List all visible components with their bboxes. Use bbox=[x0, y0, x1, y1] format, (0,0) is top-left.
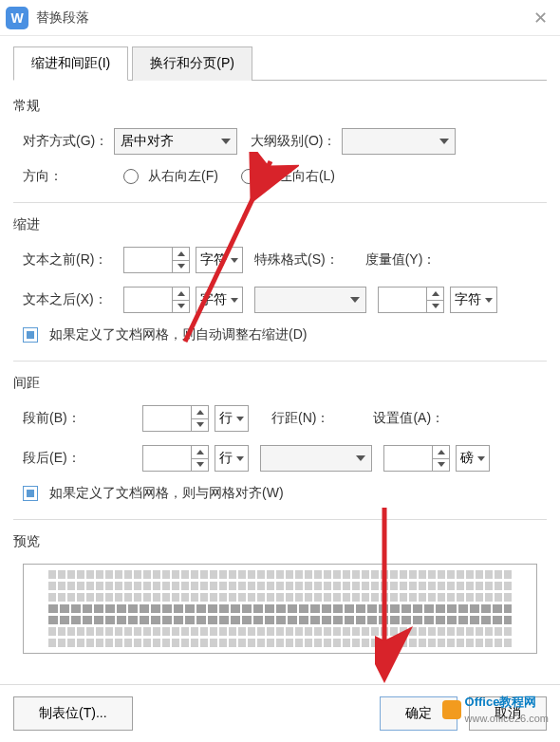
watermark-icon bbox=[442, 700, 461, 719]
alignment-label: 对齐方式(G)： bbox=[23, 133, 108, 150]
title-bar: W 替换段落 ✕ bbox=[0, 0, 560, 36]
direction-rtl-label: 从右向左(F) bbox=[148, 168, 218, 185]
close-icon[interactable]: ✕ bbox=[526, 8, 554, 28]
section-spacing: 间距 bbox=[13, 361, 547, 392]
window-title: 替换段落 bbox=[36, 9, 526, 27]
space-before-unit[interactable]: 行 bbox=[215, 405, 249, 432]
alignment-value: 居中对齐 bbox=[121, 133, 174, 150]
app-icon: W bbox=[6, 7, 28, 29]
space-after-spinner[interactable] bbox=[142, 445, 209, 472]
watermark: Office教程网 www.office26.com bbox=[442, 694, 549, 725]
direction-ltr-label: 从左向右(L) bbox=[266, 168, 335, 185]
line-spacing-combo[interactable] bbox=[260, 445, 372, 472]
snap-to-grid-checkbox[interactable] bbox=[23, 486, 38, 501]
special-format-label: 特殊格式(S)： bbox=[254, 251, 339, 269]
alignment-combo[interactable]: 居中对齐 bbox=[114, 128, 237, 155]
indent-after-spinner[interactable] bbox=[123, 287, 190, 313]
indent-before-unit[interactable]: 字符 bbox=[196, 247, 243, 273]
preview-panel bbox=[23, 564, 537, 654]
measure-unit[interactable]: 字符 bbox=[450, 287, 497, 313]
watermark-brand: Office bbox=[465, 695, 500, 709]
watermark-sub: 教程网 bbox=[499, 695, 536, 709]
space-before-spinner[interactable] bbox=[142, 405, 209, 432]
snap-to-grid-label: 如果定义了文档网格，则与网格对齐(W) bbox=[49, 485, 284, 502]
space-before-label: 段前(B)： bbox=[23, 410, 137, 427]
outline-level-label: 大纲级别(O)： bbox=[251, 133, 336, 150]
watermark-url: www.office26.com bbox=[465, 713, 549, 724]
indent-after-unit[interactable]: 字符 bbox=[196, 287, 243, 313]
indent-before-label: 文本之前(R)： bbox=[23, 251, 118, 269]
auto-adjust-right-indent-label: 如果定义了文档网格，则自动调整右缩进(D) bbox=[49, 326, 307, 343]
measure-spinner[interactable] bbox=[378, 287, 444, 313]
direction-ltr-radio[interactable] bbox=[241, 169, 256, 184]
measure-label: 度量值(Y)： bbox=[365, 251, 437, 269]
space-after-label: 段后(E)： bbox=[23, 450, 137, 467]
tab-strip: 缩进和间距(I) 换行和分页(P) bbox=[13, 46, 547, 81]
auto-adjust-right-indent-checkbox[interactable] bbox=[23, 327, 38, 343]
outline-level-combo[interactable] bbox=[342, 128, 456, 155]
indent-before-spinner[interactable] bbox=[123, 247, 190, 273]
tab-line-page-breaks[interactable]: 换行和分页(P) bbox=[132, 46, 252, 81]
special-format-combo[interactable] bbox=[254, 287, 366, 313]
direction-rtl-radio[interactable] bbox=[123, 169, 139, 184]
set-value-unit[interactable]: 磅 bbox=[456, 445, 490, 472]
section-general: 常规 bbox=[13, 98, 547, 115]
tab-indent-spacing[interactable]: 缩进和间距(I) bbox=[13, 46, 128, 81]
section-indent: 缩进 bbox=[13, 202, 547, 233]
direction-label: 方向： bbox=[23, 168, 118, 185]
section-preview: 预览 bbox=[13, 519, 547, 550]
set-value-label: 设置值(A)： bbox=[373, 410, 444, 427]
set-value-spinner[interactable] bbox=[383, 445, 450, 472]
tabstops-button[interactable]: 制表位(T)... bbox=[13, 696, 133, 731]
indent-after-label: 文本之后(X)： bbox=[23, 291, 118, 308]
space-after-unit[interactable]: 行 bbox=[215, 445, 249, 472]
line-spacing-label: 行距(N)： bbox=[271, 410, 329, 427]
